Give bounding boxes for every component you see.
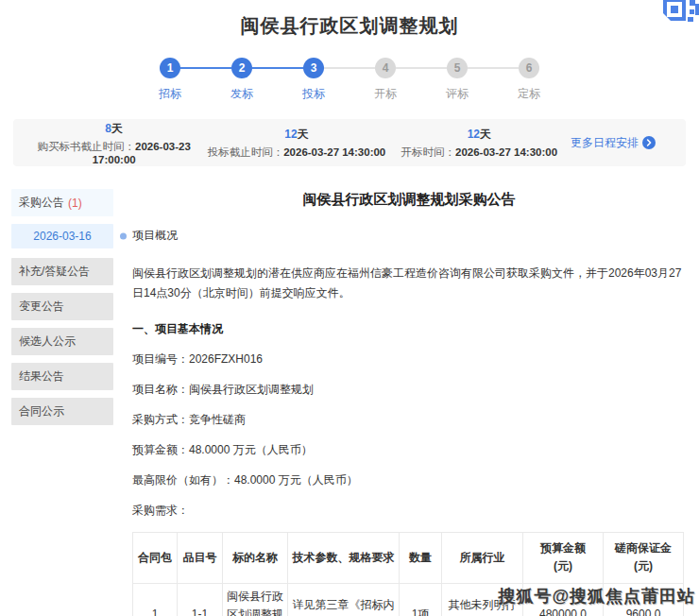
step-number: 4 <box>375 58 396 78</box>
col-header-budget: 预算金额 (元) <box>523 532 604 583</box>
field-project-number: 项目编号：2026FZXH016 <box>132 351 686 368</box>
progress-stepper: 1 招标 2 发标 3 投标 4 开标 5 评标 6 定标 <box>0 58 699 102</box>
step-number: 1 <box>160 58 180 78</box>
col-header-tech-specs: 技术参数、规格要求 <box>288 532 400 583</box>
overview-label: 项目概况 <box>132 226 686 247</box>
step-number: 3 <box>303 58 324 78</box>
col-header-industry: 所属行业 <box>442 532 523 583</box>
schedule-item-opening-time: 12天 开标时间：2026-03-27 14:30:00 <box>388 127 571 160</box>
col-header-quantity: 数量 <box>400 532 442 583</box>
col-header-item-number: 品目号 <box>178 532 223 583</box>
cell-contract-package: 1 <box>133 583 178 616</box>
step-label: 开标 <box>374 86 397 102</box>
announcement-title: 闽侯县行政区划调整规划采购公告 <box>132 191 686 209</box>
cell-tech-specs: 详见第三章《招标内容及要求》 <box>288 583 400 616</box>
schedule-item-purchase-deadline: 8天 购买标书截止时间：2026-03-23 17:00:00 <box>23 121 205 165</box>
stepper-step-6: 6 定标 <box>493 58 565 102</box>
schedule-datetime: 2026-03-27 14:30:00 <box>455 146 557 158</box>
overview-text: 闽侯县行政区划调整规划的潜在供应商应在福州信豪工程造价咨询有限公司获取采购文件，… <box>132 264 686 304</box>
more-schedule-link[interactable]: 更多日程安排 <box>571 135 676 151</box>
chevron-right-circle-icon <box>642 136 656 149</box>
cell-quantity: 1项 <box>400 583 442 616</box>
col-header-deposit: 磋商保证金 (元) <box>604 532 684 583</box>
field-budget-amount: 预算金额：48.0000 万元（人民币） <box>132 442 686 458</box>
stepper-step-2: 2 发标 <box>206 58 278 102</box>
col-header-subject-name: 标的名称 <box>223 532 288 583</box>
qr-code-fragment-icon <box>654 0 699 28</box>
active-date-dot <box>120 233 127 240</box>
field-procurement-demand: 采购需求： <box>132 503 686 519</box>
sidebar-item-supplement-qa[interactable]: 补充/答疑公告 <box>11 258 113 285</box>
field-procurement-method: 采购方式：竞争性磋商 <box>132 412 686 428</box>
days-remaining: 12天 <box>388 127 571 143</box>
sidebar-item-candidate-publicity[interactable]: 候选人公示 <box>11 328 113 355</box>
schedule-label: 投标截止时间： <box>208 146 284 158</box>
col-header-contract-package: 合同包 <box>133 532 178 583</box>
page-title: 闽侯县行政区划调整规划 <box>0 13 699 39</box>
announcement-body: 闽侯县行政区划调整规划采购公告 项目概况 闽侯县行政区划调整规划的潜在供应商应在… <box>132 189 686 616</box>
schedule-bar: 8天 购买标书截止时间：2026-03-23 17:00:00 12天 投标截止… <box>13 119 686 166</box>
announcement-sidebar: 采购公告 (1) 2026-03-16 补充/答疑公告 变更公告 候选人公示 结… <box>11 189 113 616</box>
stepper-step-3: 3 投标 <box>278 58 350 102</box>
stepper-step-5: 5 评标 <box>421 58 493 102</box>
schedule-datetime: 2026-03-27 14:30:00 <box>283 146 385 158</box>
schedule-label: 购买标书截止时间： <box>38 141 136 152</box>
stepper-step-4: 4 开标 <box>350 58 421 102</box>
step-label: 发标 <box>230 86 253 102</box>
days-remaining: 12天 <box>205 127 387 143</box>
schedule-label: 开标时间： <box>401 146 456 158</box>
stepper-step-1: 1 招标 <box>134 58 206 102</box>
section-title-basic-info: 一、项目基本情况 <box>132 321 686 337</box>
sidebar-item-change-announcement[interactable]: 变更公告 <box>11 293 113 320</box>
step-label: 评标 <box>446 86 469 102</box>
schedule-item-bid-deadline: 12天 投标截止时间：2026-03-27 14:30:00 <box>205 127 387 160</box>
step-number: 5 <box>447 58 468 78</box>
step-label: 招标 <box>159 86 181 102</box>
step-label: 投标 <box>302 86 325 102</box>
step-number: 6 <box>519 58 539 78</box>
field-max-price: 最高限价（如有）：48.0000 万元（人民币） <box>132 472 686 488</box>
step-label: 定标 <box>518 86 540 102</box>
sohu-watermark: 搜狐号@搜狐焦点莆田站 <box>498 585 695 607</box>
sidebar-item-result-announcement[interactable]: 结果公告 <box>11 363 113 390</box>
sidebar-item-date[interactable]: 2026-03-16 <box>11 224 113 248</box>
sidebar-item-contract-publicity[interactable]: 合同公示 <box>11 398 113 425</box>
sidebar-item-procurement-announcement[interactable]: 采购公告 (1) <box>11 189 113 216</box>
days-remaining: 8天 <box>23 121 205 137</box>
step-number: 2 <box>231 58 252 78</box>
cell-item-number: 1-1 <box>178 583 223 616</box>
cell-subject-name: 闽侯县行政区划调整规划 <box>223 583 288 616</box>
announcement-count-badge: (1) <box>68 197 82 210</box>
field-project-name: 项目名称：闽侯县行政区划调整规划 <box>132 382 686 398</box>
table-header-row: 合同包 品目号 标的名称 技术参数、规格要求 数量 所属行业 预算金额 (元) … <box>133 532 684 583</box>
